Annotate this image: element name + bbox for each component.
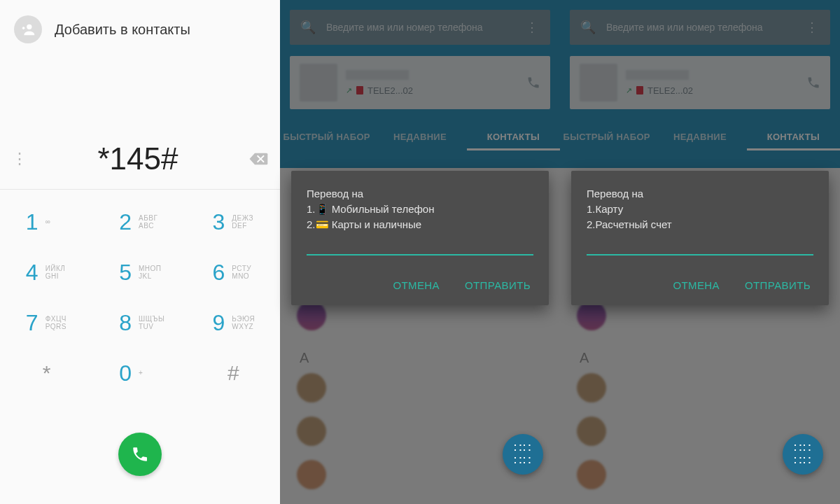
dialpad-fab[interactable]: ∷∷∷∷ xyxy=(503,434,543,475)
key-7[interactable]: 7ФХЦЧPQRS xyxy=(0,298,93,348)
add-contact-row[interactable]: Добавить в контакты xyxy=(0,0,280,43)
ussd-input[interactable] xyxy=(587,254,813,255)
key-2[interactable]: 2АБВГABC xyxy=(93,197,186,247)
dialpad-fab[interactable]: ∷∷∷∷ xyxy=(783,434,823,475)
dialpad-icon: ∷∷∷∷ xyxy=(514,442,532,467)
dialer-panel: Добавить в контакты ⋮ *145# 1∞2АБВГABC3Д… xyxy=(0,0,280,504)
key-hash[interactable]: # xyxy=(187,348,280,398)
ussd-option-1: 1.📱 Мобильный телефон xyxy=(307,202,533,217)
key-4[interactable]: 4ИЙКЛGHI xyxy=(0,247,93,298)
ussd-option-1: 1.Карту xyxy=(587,202,813,217)
key-5[interactable]: 5МНОПJKL xyxy=(93,247,186,298)
number-row: ⋮ *145# xyxy=(0,141,280,190)
cancel-button[interactable]: ОТМЕНА xyxy=(390,274,442,297)
key-9[interactable]: 9ЬЭЮЯWXYZ xyxy=(187,298,280,348)
key-star[interactable]: * xyxy=(0,348,93,398)
dialpad-icon: ∷∷∷∷ xyxy=(794,442,812,467)
add-contact-label: Добавить в контакты xyxy=(55,22,190,38)
contacts-panel-1: 🔍Введите имя или номер телефона⋮↗TELE2..… xyxy=(280,0,560,504)
add-contact-icon xyxy=(14,15,42,43)
svg-point-0 xyxy=(27,24,31,29)
key-1[interactable]: 1∞ xyxy=(0,197,93,247)
more-icon[interactable]: ⋮ xyxy=(10,150,29,168)
ussd-input[interactable] xyxy=(307,254,533,255)
key-3[interactable]: 3ДЕЖЗDEF xyxy=(187,197,280,247)
ussd-option-2: 2.Расчетный счет xyxy=(587,217,813,232)
dial-keypad: 1∞2АБВГABC3ДЕЖЗDEF4ИЙКЛGHI5МНОПJKL6РСТУM… xyxy=(0,197,280,398)
contacts-panel-2: 🔍Введите имя или номер телефона⋮↗TELE2..… xyxy=(560,0,840,504)
call-button[interactable] xyxy=(118,433,162,476)
key-6[interactable]: 6РСТУMNO xyxy=(187,247,280,298)
send-button[interactable]: ОТПРАВИТЬ xyxy=(462,274,533,297)
ussd-dialog: Перевод на1.📱 Мобильный телефон2.💳 Карты… xyxy=(291,171,549,305)
cancel-button[interactable]: ОТМЕНА xyxy=(670,274,722,297)
ussd-option-2: 2.💳 Карты и наличные xyxy=(307,217,533,232)
ussd-dialog: Перевод на1.Карту2.Расчетный счетОТМЕНАО… xyxy=(571,171,829,305)
dialed-number: *145# xyxy=(29,141,246,176)
key-8[interactable]: 8ШЩЪЫTUV xyxy=(93,298,186,348)
backspace-button[interactable] xyxy=(246,152,270,166)
ussd-title: Перевод на xyxy=(587,186,813,202)
send-button[interactable]: ОТПРАВИТЬ xyxy=(742,274,813,297)
ussd-title: Перевод на xyxy=(307,186,533,202)
key-0[interactable]: 0+ xyxy=(93,348,186,398)
